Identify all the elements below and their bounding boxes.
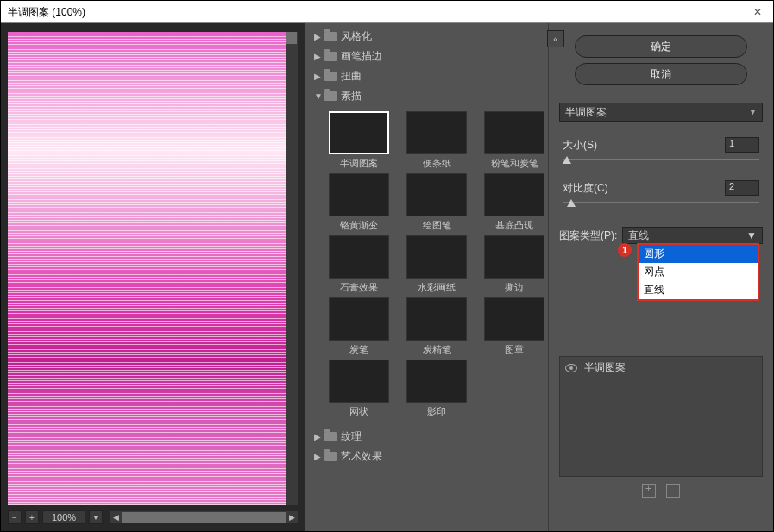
filter-select[interactable]: 半调图案 ▼: [559, 103, 763, 122]
titlebar: 半调图案 (100%) ✕: [1, 1, 773, 23]
thumbnail-image: [484, 173, 544, 216]
vertical-scrollbar[interactable]: [286, 32, 298, 505]
filter-thumbnail[interactable]: 粉笔和炭笔: [480, 111, 549, 170]
thumbnail-label: 铬黄渐变: [324, 219, 393, 232]
category-distort[interactable]: ▶扭曲: [311, 66, 543, 86]
folder-icon: [324, 452, 337, 461]
filter-thumbnail[interactable]: 便条纸: [402, 111, 471, 170]
new-effect-layer-icon[interactable]: [642, 484, 656, 498]
preview-footer: − + 100% ▼ ◀ ▶: [8, 505, 298, 526]
filter-thumbnail[interactable]: 图章: [480, 297, 549, 356]
category-brushstrokes[interactable]: ▶画笔描边: [311, 47, 543, 66]
thumbnail-label: 网状: [324, 405, 393, 418]
filter-thumbnail[interactable]: 水彩画纸: [402, 235, 471, 294]
zoom-in-button[interactable]: +: [25, 510, 39, 524]
folder-icon: [324, 52, 337, 61]
category-artistic[interactable]: ▶艺术效果: [311, 447, 543, 466]
filter-thumbnail[interactable]: 炭精笔: [402, 297, 471, 356]
ok-button[interactable]: 确定: [575, 35, 747, 58]
thumbnail-image: [329, 111, 389, 154]
thumbnail-image: [484, 297, 544, 341]
pattern-label: 图案类型(P):: [559, 228, 617, 243]
scroll-left-icon[interactable]: ◀: [110, 511, 122, 523]
size-input[interactable]: 1: [725, 137, 759, 153]
pattern-select[interactable]: 直线 ▼: [622, 227, 763, 244]
thumbnail-image: [329, 235, 389, 279]
pattern-dropdown-list: 圆形 网点 直线: [637, 243, 759, 301]
pattern-option-dot[interactable]: 网点: [639, 263, 758, 281]
scroll-right-icon[interactable]: ▶: [286, 511, 298, 523]
thumbnail-image: [329, 360, 389, 403]
zoom-dropdown-icon[interactable]: ▼: [89, 510, 103, 524]
pattern-select-value: 直线: [628, 228, 649, 243]
param-pattern-type: 图案类型(P): 直线 ▼ 1 圆形 网点 直线: [559, 227, 763, 244]
preview-panel: − + 100% ▼ ◀ ▶: [1, 23, 305, 531]
filter-thumbnail[interactable]: 铬黄渐变: [324, 173, 393, 232]
thumbnail-label: 炭笔: [324, 343, 393, 356]
folder-icon: [324, 72, 337, 81]
close-icon[interactable]: ✕: [749, 1, 766, 23]
cancel-button[interactable]: 取消: [575, 63, 747, 85]
zoom-out-button[interactable]: −: [8, 510, 22, 524]
folder-icon: [324, 32, 337, 41]
thumbnail-label: 石膏效果: [324, 281, 393, 294]
contrast-slider[interactable]: [563, 199, 759, 208]
window-title: 半调图案 (100%): [8, 1, 85, 23]
thumbnail-image: [484, 111, 544, 154]
layer-actions: [559, 484, 763, 498]
filter-select-value: 半调图案: [565, 105, 607, 120]
filter-thumbnail[interactable]: 网状: [324, 360, 393, 418]
filter-thumbnail[interactable]: 炭笔: [324, 297, 393, 356]
thumbnail-image: [406, 297, 467, 341]
filter-thumbnail[interactable]: 绘图笔: [402, 173, 471, 232]
thumbnail-label: 影印: [402, 405, 471, 418]
horizontal-scrollbar[interactable]: ◀ ▶: [110, 511, 298, 523]
param-contrast: 对比度(C) 2: [559, 180, 763, 208]
effect-layer-row[interactable]: 半调图案: [560, 357, 762, 379]
collapse-icon[interactable]: «: [547, 30, 564, 47]
thumbnail-image: [329, 297, 389, 341]
thumbnail-image: [329, 173, 389, 216]
zoom-field[interactable]: 100%: [42, 510, 85, 524]
thumbnail-label: 炭精笔: [402, 343, 471, 356]
category-sketch[interactable]: ▼素描: [311, 86, 543, 106]
visibility-icon[interactable]: [565, 364, 577, 372]
category-texture[interactable]: ▶纹理: [311, 427, 543, 447]
scrollbar-thumb[interactable]: [122, 512, 286, 523]
settings-panel: « 确定 取消 半调图案 ▼ 大小(S) 1 对比度(C) 2: [549, 23, 773, 531]
param-size: 大小(S) 1: [559, 137, 763, 165]
thumbnail-label: 撕边: [480, 281, 549, 294]
category-stylize[interactable]: ▶风格化: [311, 27, 543, 47]
filter-thumbnail[interactable]: 影印: [402, 360, 471, 418]
thumbnail-image: [406, 235, 467, 279]
filter-gallery: ▶风格化 ▶画笔描边 ▶扭曲 ▼素描 半调图案便条纸粉笔和炭笔铬黄渐变绘图笔基底…: [305, 23, 549, 531]
filter-thumbnail[interactable]: 基底凸现: [480, 173, 549, 232]
folder-icon: [324, 432, 337, 441]
thumbnail-label: 水彩画纸: [402, 281, 471, 294]
scrollbar-thumb[interactable]: [286, 32, 297, 44]
thumbnail-label: 基底凸现: [480, 219, 549, 232]
thumbnail-image: [484, 235, 544, 279]
annotation-badge: 1: [618, 243, 632, 257]
thumbnail-image: [406, 173, 467, 216]
effect-layers-panel: 半调图案: [559, 356, 763, 477]
preview-image[interactable]: [8, 32, 298, 505]
filter-thumbnail[interactable]: 撕边: [480, 235, 549, 294]
chevron-down-icon: ▼: [746, 229, 757, 241]
contrast-label: 对比度(C): [563, 181, 608, 196]
filter-thumbnail[interactable]: 石膏效果: [324, 235, 393, 294]
filter-thumbnail[interactable]: 半调图案: [324, 111, 393, 170]
size-label: 大小(S): [563, 138, 597, 153]
chevron-down-icon: ▼: [749, 108, 757, 116]
contrast-input[interactable]: 2: [725, 180, 759, 196]
thumbnail-label: 绘图笔: [402, 219, 471, 232]
thumbnail-label: 便条纸: [402, 157, 471, 170]
folder-icon: [324, 91, 337, 101]
pattern-option-circle[interactable]: 圆形: [639, 245, 758, 263]
thumbnail-label: 粉笔和炭笔: [480, 157, 549, 170]
pattern-option-line[interactable]: 直线: [639, 281, 758, 299]
thumbnail-image: [406, 111, 467, 154]
delete-effect-layer-icon[interactable]: [666, 484, 680, 498]
size-slider[interactable]: [563, 156, 759, 165]
thumbnail-grid: 半调图案便条纸粉笔和炭笔铬黄渐变绘图笔基底凸现石膏效果水彩画纸撕边炭笔炭精笔图章…: [311, 106, 543, 427]
